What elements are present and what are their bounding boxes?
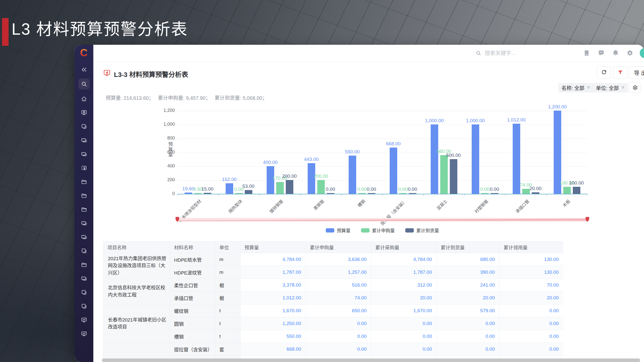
sidebar-item-layers-11[interactable]	[81, 248, 87, 254]
refresh-button[interactable]	[597, 66, 611, 78]
project-name-cell	[103, 343, 170, 359]
bar-累计到货量-槽钢[interactable]	[368, 193, 375, 194]
project-name-cell: 2021年热力集团老旧供热管网及设施改造项目三标（大兴区）	[103, 253, 170, 279]
sidebar-item-home-0[interactable]	[81, 96, 87, 102]
export-button[interactable]: 导 出	[629, 66, 644, 78]
value-cell: 312.00	[371, 279, 437, 292]
bar-预算量-混凝土[interactable]	[431, 124, 438, 194]
bar-累计到货量-提拉窗（含安装）[interactable]	[409, 193, 416, 194]
value-cell: 130.00	[500, 266, 564, 279]
bar-value-label: 1,000.00	[417, 118, 452, 123]
value-cell: 3,636.00	[306, 253, 371, 266]
bar-累计申购量-粉末喷涂铝型材[interactable]	[194, 193, 202, 194]
sidebar-item-invoice-5[interactable]	[81, 165, 87, 171]
collapse-sidebar-icon[interactable]	[81, 66, 87, 73]
sidebar-item-windows-10[interactable]	[81, 234, 87, 240]
user-avatar[interactable]	[640, 48, 644, 58]
filter-chip-unit[interactable]: 单位: 全部	[593, 83, 628, 93]
table-row: HDPE波纹管m1,787.001,257.001,787.00390.0013…	[103, 266, 564, 279]
sidebar-item-folder-12[interactable]	[81, 261, 87, 268]
sidebar: C	[74, 45, 93, 362]
value-cell: 130.00	[500, 253, 564, 266]
sidebar-item-layers-15[interactable]	[81, 303, 87, 309]
sidebar-item-layers-14[interactable]	[81, 289, 87, 296]
bar-累计到货量-承插口管[interactable]	[532, 192, 539, 194]
unit-cell: 套	[215, 343, 240, 356]
legend-item-累计到货量[interactable]: 累计到货量	[405, 227, 439, 234]
bar-累计到货量-粉末喷涂铝型材[interactable]	[204, 193, 211, 194]
settings-gear-icon[interactable]	[626, 49, 634, 57]
table-row: 承插口管根1,012.0074.0020.0020.0020.00	[103, 292, 564, 304]
bar-累计申购量-木板[interactable]	[563, 187, 571, 194]
bar-value-label: 1,012.00	[499, 117, 534, 123]
notification-bell-icon[interactable]	[612, 49, 619, 57]
value-cell: 390.00	[437, 266, 500, 279]
unit-cell: t	[215, 330, 240, 343]
value-cell: 1,012.00	[240, 292, 306, 304]
bar-累计到货量-衬塑钢管[interactable]	[491, 193, 498, 194]
bar-累计到货量-木板[interactable]	[573, 187, 580, 194]
value-cell: 1,250.00	[240, 317, 306, 330]
sidebar-item-windows-13[interactable]	[81, 275, 87, 282]
sidebar-item-layers-2[interactable]	[81, 123, 87, 130]
sidebar-item-chart-monitor-17[interactable]	[81, 331, 87, 337]
global-search-input[interactable]	[485, 48, 558, 58]
message-icon[interactable]	[597, 49, 605, 57]
material-name-cell: 圆钢	[170, 317, 215, 330]
sidebar-item-folder-6[interactable]	[81, 178, 87, 185]
legend-item-累计申购量[interactable]: 累计申购量	[361, 227, 395, 234]
filter-chip-name[interactable]: 名称: 全部	[558, 83, 594, 93]
value-cell: 4,784.00	[240, 253, 306, 266]
sidebar-item-windows-4[interactable]	[81, 151, 87, 157]
column-header-累计采购量: 累计采购量	[371, 242, 437, 253]
bar-累计到货量-隔热垫块[interactable]	[245, 190, 252, 194]
table-row: 2021年热力集团老旧供热管网及设施改造项目三标（大兴区）HDPE给水管m4,7…	[103, 253, 564, 266]
sidebar-search-button[interactable]	[78, 78, 90, 89]
gear-icon	[632, 85, 638, 91]
bar-累计申购量-镀锌钢管[interactable]	[276, 182, 284, 194]
bar-累计申购量-提拉窗（含安装）[interactable]	[399, 193, 407, 194]
sidebar-item-folder-7[interactable]	[81, 192, 87, 199]
legend-item-预算量[interactable]: 预算量	[326, 227, 350, 234]
bar-预算量-粉末喷涂铝型材[interactable]	[185, 193, 192, 194]
material-name-cell: 螺纹钢	[170, 304, 215, 317]
page-hero-title: L3 材料预算预警分析表	[12, 16, 188, 39]
sidebar-item-windows-3[interactable]	[81, 137, 87, 144]
material-name-cell: 提拉窗（含安装）	[170, 343, 215, 356]
bar-累计申购量-混凝土[interactable]	[440, 155, 448, 194]
sidebar-item-chart-monitor-16[interactable]	[81, 317, 87, 323]
chart-zoom-slider[interactable]	[177, 217, 587, 223]
value-cell: 516.00	[306, 279, 371, 292]
sidebar-item-dashboard-1[interactable]	[81, 109, 87, 116]
unit-cell: t	[215, 317, 240, 330]
bar-value-label: 1,200.00	[540, 104, 575, 110]
unit-cell: 根	[215, 292, 240, 304]
column-settings-button[interactable]	[629, 82, 641, 93]
bar-累计到货量-黑钢管[interactable]	[327, 193, 334, 194]
bar-累计申购量-隔热垫块[interactable]	[235, 193, 243, 194]
column-header-累计领用量: 累计领用量	[500, 242, 564, 253]
bar-累计申购量-衬塑钢管[interactable]	[481, 193, 489, 194]
value-cell: 0.00	[500, 317, 564, 330]
bar-累计到货量-混凝土[interactable]	[450, 159, 457, 194]
horizontal-scrollbar-thumb[interactable]	[102, 358, 640, 362]
legend-swatch	[361, 228, 370, 233]
table-row: 北京信息科技大学老校区校内大市政工程柔性企口管根3,378.00516.0031…	[103, 279, 564, 292]
bar-累计申购量-槽钢[interactable]	[358, 193, 366, 194]
filter-button[interactable]	[613, 66, 627, 78]
app-window: C L3-3 材料预算预警分析表 导 出 名称: 全部	[74, 45, 644, 362]
filter-chip-unit-label: 单位: 全部	[596, 84, 619, 92]
sidebar-item-windows-9[interactable]	[81, 220, 87, 227]
bar-累计到货量-镀锌钢管[interactable]	[286, 180, 293, 194]
column-header-项目名称: 项目名称	[103, 242, 170, 253]
bar-预算量-衬塑钢管[interactable]	[472, 124, 479, 194]
x-axis-tick	[300, 194, 301, 196]
manual-book-icon[interactable]	[583, 49, 590, 57]
sidebar-nav	[81, 96, 87, 337]
value-cell: 3,378.00	[240, 279, 306, 292]
bar-value-label: 0.00	[477, 187, 512, 192]
y-axis-tick-label: 400	[155, 163, 175, 169]
app-logo[interactable]: C	[79, 48, 89, 58]
table-header-row: 项目名称材料名称单位预算量累计申购量累计采购量累计到货量累计领用量	[103, 242, 564, 253]
sidebar-item-folder-8[interactable]	[81, 206, 87, 213]
